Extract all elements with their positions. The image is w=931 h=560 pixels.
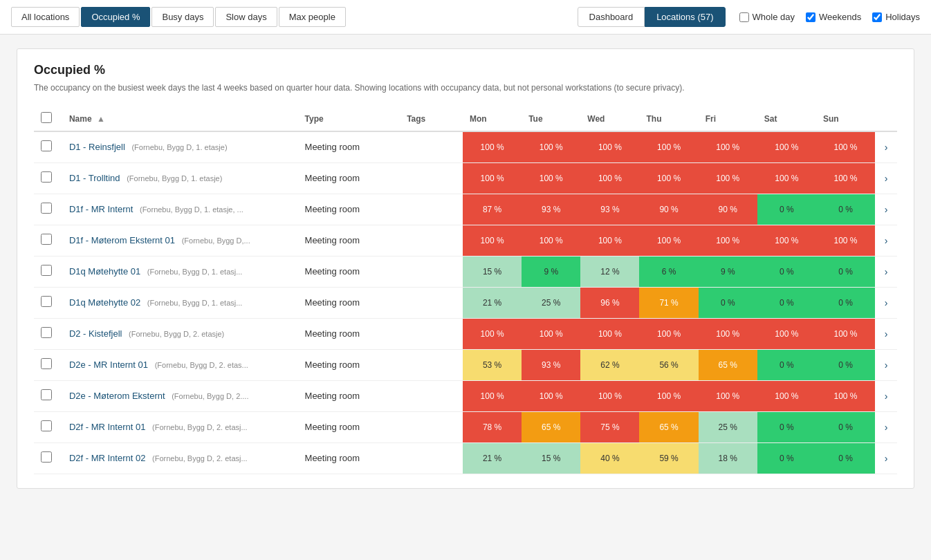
row-checkbox[interactable]	[41, 234, 52, 245]
holidays-filter[interactable]: Holidays	[872, 12, 920, 22]
weekends-checkbox[interactable]	[806, 12, 815, 22]
location-name[interactable]: D1q Møtehytte 02	[69, 297, 140, 308]
row-name-cell: D2e - MR Internt 01 (Fornebu, Bygg D, 2.…	[62, 349, 298, 380]
holidays-checkbox[interactable]	[872, 12, 882, 22]
row-name-cell: D1 - Trolltind (Fornebu, Bygg D, 1. etas…	[62, 162, 298, 194]
location-name[interactable]: D2f - MR Internt 01	[69, 422, 146, 432]
location-name[interactable]: D1f - MR Internt	[69, 204, 133, 214]
location-sub: (Fornebu, Bygg D, 1. etasj...	[147, 268, 243, 276]
row-checkbox-cell	[34, 380, 62, 411]
row-sat-cell: 100 %	[757, 318, 816, 349]
row-detail-link[interactable]: ›	[875, 349, 897, 380]
row-checkbox-cell	[34, 256, 62, 287]
row-detail-link[interactable]: ›	[875, 162, 897, 194]
row-wed-cell: 100 %	[580, 225, 639, 256]
chevron-right-icon: ›	[885, 204, 888, 215]
header-type: Type	[298, 106, 400, 131]
location-name[interactable]: D1q Møtehytte 01	[69, 266, 140, 277]
view-dashboard[interactable]: Dashboard	[578, 7, 645, 27]
row-thu-cell: 100 %	[639, 131, 698, 162]
row-sun-cell: 0 %	[816, 349, 875, 380]
nav-occupied-pct[interactable]: Occupied %	[81, 7, 150, 27]
row-tue-cell: 65 %	[522, 411, 580, 442]
row-tags-cell	[400, 318, 463, 349]
row-checkbox[interactable]	[41, 420, 52, 431]
location-name[interactable]: D2e - Møterom Eksternt	[69, 391, 165, 401]
row-thu-cell: 65 %	[639, 411, 698, 442]
row-tue-cell: 100 %	[522, 380, 580, 411]
header-name[interactable]: Name ▲	[62, 106, 298, 131]
row-sun-cell: 0 %	[816, 194, 875, 225]
row-detail-link[interactable]: ›	[875, 318, 897, 349]
location-sub: (Fornebu, Bygg D, 1. etasje)	[131, 143, 227, 151]
row-detail-link[interactable]: ›	[875, 225, 897, 256]
row-thu-cell: 56 %	[639, 349, 698, 380]
row-detail-link[interactable]: ›	[875, 131, 897, 162]
row-detail-link[interactable]: ›	[875, 287, 897, 318]
location-sub: (Fornebu, Bygg D, 2. etasje)	[129, 330, 224, 338]
row-sat-cell: 0 %	[757, 256, 816, 287]
nav-busy-days[interactable]: Busy days	[151, 7, 214, 27]
row-wed-cell: 75 %	[580, 411, 639, 442]
row-thu-cell: 100 %	[639, 225, 698, 256]
row-checkbox[interactable]	[41, 358, 52, 369]
chevron-right-icon: ›	[885, 297, 888, 308]
location-name[interactable]: D1f - Møterom Eksternt 01	[69, 235, 175, 245]
sort-arrow-icon: ▲	[97, 114, 105, 124]
row-checkbox[interactable]	[41, 451, 52, 463]
row-mon-cell: 21 %	[463, 287, 522, 318]
whole-day-filter[interactable]: Whole day	[739, 12, 795, 22]
nav-all-locations[interactable]: All locations	[11, 7, 80, 27]
row-mon-cell: 87 %	[463, 194, 522, 225]
whole-day-checkbox[interactable]	[739, 12, 749, 22]
row-checkbox[interactable]	[41, 265, 52, 276]
row-detail-link[interactable]: ›	[875, 411, 897, 442]
row-checkbox-cell	[34, 442, 62, 474]
row-sun-cell: 100 %	[816, 162, 875, 194]
header-tue: Tue	[522, 106, 580, 131]
row-wed-cell: 100 %	[580, 380, 639, 411]
row-type-cell: Meeting room	[298, 256, 400, 287]
row-checkbox[interactable]	[41, 140, 52, 151]
row-sat-cell: 0 %	[757, 411, 816, 442]
table-row: D2e - MR Internt 01 (Fornebu, Bygg D, 2.…	[34, 349, 897, 380]
row-checkbox[interactable]	[41, 296, 52, 307]
nav-max-people[interactable]: Max people	[279, 7, 346, 27]
location-name[interactable]: D2 - Kistefjell	[69, 328, 122, 339]
row-detail-link[interactable]: ›	[875, 194, 897, 225]
row-thu-cell: 59 %	[639, 442, 698, 474]
header-sun: Sun	[816, 106, 875, 131]
row-name-cell: D1f - MR Internt (Fornebu, Bygg D, 1. et…	[62, 194, 298, 225]
header-fri: Fri	[699, 106, 757, 131]
view-locations[interactable]: Locations (57)	[645, 7, 725, 27]
select-all-checkbox[interactable]	[41, 112, 52, 123]
location-name[interactable]: D2f - MR Internt 02	[69, 453, 146, 463]
row-tags-cell	[400, 380, 463, 411]
row-checkbox[interactable]	[41, 389, 52, 400]
row-checkbox-cell	[34, 318, 62, 349]
row-fri-cell: 90 %	[699, 194, 757, 225]
row-detail-link[interactable]: ›	[875, 442, 897, 474]
nav-slow-days[interactable]: Slow days	[215, 7, 277, 27]
row-sun-cell: 100 %	[816, 131, 875, 162]
row-tags-cell	[400, 287, 463, 318]
row-checkbox[interactable]	[41, 327, 52, 338]
row-type-cell: Meeting room	[298, 349, 400, 380]
weekends-filter[interactable]: Weekends	[806, 12, 861, 22]
row-checkbox[interactable]	[41, 171, 52, 183]
row-detail-link[interactable]: ›	[875, 256, 897, 287]
row-checkbox-cell	[34, 225, 62, 256]
row-checkbox[interactable]	[41, 203, 52, 214]
row-sun-cell: 100 %	[816, 225, 875, 256]
location-name[interactable]: D1 - Trolltind	[69, 173, 120, 183]
row-mon-cell: 21 %	[463, 442, 522, 474]
location-name[interactable]: D1 - Reinsfjell	[69, 142, 125, 152]
table-row: D2f - MR Internt 01 (Fornebu, Bygg D, 2.…	[34, 411, 897, 442]
row-detail-link[interactable]: ›	[875, 380, 897, 411]
location-name[interactable]: D2e - MR Internt 01	[69, 360, 148, 370]
row-sat-cell: 100 %	[757, 380, 816, 411]
row-thu-cell: 6 %	[639, 256, 698, 287]
row-type-cell: Meeting room	[298, 442, 400, 474]
header-actions	[875, 106, 897, 131]
occupancy-card: Occupied % The occupancy on the busiest …	[17, 48, 914, 489]
